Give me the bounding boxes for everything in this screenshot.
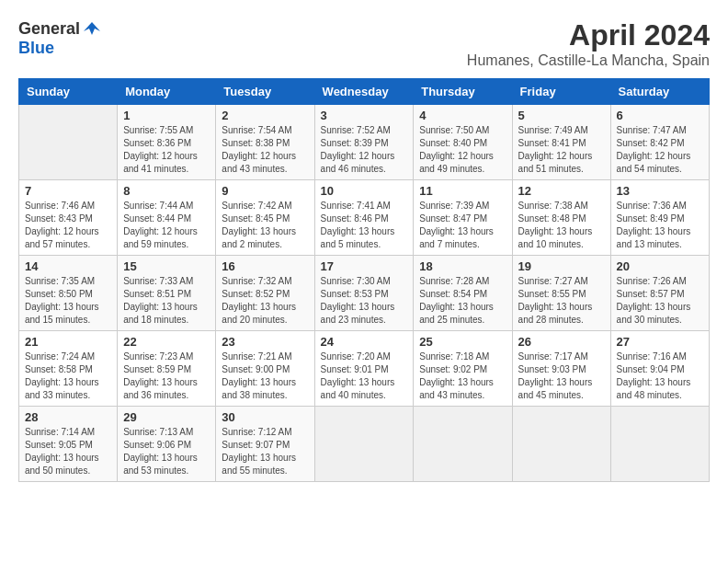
day-info: Sunrise: 7:35 AMSunset: 8:50 PMDaylight:…	[25, 275, 111, 327]
calendar-cell: 29Sunrise: 7:13 AMSunset: 9:06 PMDayligh…	[118, 407, 216, 482]
day-number: 16	[222, 259, 308, 273]
location-title: Humanes, Castille-La Mancha, Spain	[467, 52, 710, 69]
day-info: Sunrise: 7:17 AMSunset: 9:03 PMDaylight:…	[518, 350, 605, 402]
day-info: Sunrise: 7:13 AMSunset: 9:06 PMDaylight:…	[123, 426, 210, 477]
day-number: 21	[25, 335, 111, 349]
calendar-day-header: Sunday	[19, 79, 118, 105]
day-number: 12	[518, 184, 605, 198]
calendar-cell	[512, 407, 610, 482]
calendar-cell: 8Sunrise: 7:44 AMSunset: 8:44 PMDaylight…	[118, 180, 216, 256]
calendar-day-header: Saturday	[610, 79, 709, 105]
title-area: April 2024 Humanes, Castille-La Mancha, …	[467, 18, 710, 69]
calendar-cell: 19Sunrise: 7:27 AMSunset: 8:55 PMDayligh…	[512, 256, 610, 331]
day-info: Sunrise: 7:32 AMSunset: 8:52 PMDaylight:…	[222, 275, 308, 327]
calendar-week-row: 7Sunrise: 7:46 AMSunset: 8:43 PMDaylight…	[19, 180, 710, 256]
day-number: 28	[25, 410, 111, 424]
calendar-week-row: 28Sunrise: 7:14 AMSunset: 9:05 PMDayligh…	[19, 407, 710, 482]
calendar-table: SundayMondayTuesdayWednesdayThursdayFrid…	[18, 78, 710, 482]
day-number: 11	[419, 184, 506, 198]
calendar-week-row: 21Sunrise: 7:24 AMSunset: 8:58 PMDayligh…	[19, 331, 710, 407]
calendar-cell: 16Sunrise: 7:32 AMSunset: 8:52 PMDayligh…	[216, 256, 314, 331]
day-number: 13	[617, 184, 703, 198]
day-info: Sunrise: 7:23 AMSunset: 8:59 PMDaylight:…	[123, 350, 210, 402]
calendar-cell	[19, 105, 118, 180]
logo: General Blue	[18, 18, 102, 58]
day-number: 7	[25, 184, 111, 198]
calendar-cell: 13Sunrise: 7:36 AMSunset: 8:49 PMDayligh…	[610, 180, 709, 256]
day-number: 20	[617, 259, 703, 273]
header: General Blue April 2024 Humanes, Castill…	[18, 18, 710, 69]
day-info: Sunrise: 7:47 AMSunset: 8:42 PMDaylight:…	[617, 124, 703, 176]
day-number: 14	[25, 259, 111, 273]
day-number: 22	[123, 335, 210, 349]
day-info: Sunrise: 7:38 AMSunset: 8:48 PMDaylight:…	[518, 200, 605, 251]
calendar-cell: 7Sunrise: 7:46 AMSunset: 8:43 PMDaylight…	[19, 180, 118, 256]
calendar-day-header: Wednesday	[314, 79, 414, 105]
calendar-cell: 10Sunrise: 7:41 AMSunset: 8:46 PMDayligh…	[314, 180, 414, 256]
day-info: Sunrise: 7:49 AMSunset: 8:41 PMDaylight:…	[518, 124, 605, 176]
calendar-cell: 23Sunrise: 7:21 AMSunset: 9:00 PMDayligh…	[216, 331, 314, 407]
day-info: Sunrise: 7:42 AMSunset: 8:45 PMDaylight:…	[222, 200, 308, 251]
day-number: 18	[419, 259, 506, 273]
calendar-cell: 24Sunrise: 7:20 AMSunset: 9:01 PMDayligh…	[314, 331, 414, 407]
day-info: Sunrise: 7:30 AMSunset: 8:53 PMDaylight:…	[321, 275, 408, 327]
calendar-cell: 12Sunrise: 7:38 AMSunset: 8:48 PMDayligh…	[512, 180, 610, 256]
day-number: 27	[617, 335, 703, 349]
day-info: Sunrise: 7:36 AMSunset: 8:49 PMDaylight:…	[617, 200, 703, 251]
calendar-day-header: Thursday	[414, 79, 512, 105]
day-number: 25	[419, 335, 506, 349]
calendar-cell: 30Sunrise: 7:12 AMSunset: 9:07 PMDayligh…	[216, 407, 314, 482]
day-number: 17	[321, 259, 408, 273]
calendar-cell: 1Sunrise: 7:55 AMSunset: 8:36 PMDaylight…	[118, 105, 216, 180]
day-number: 8	[123, 184, 210, 198]
day-info: Sunrise: 7:41 AMSunset: 8:46 PMDaylight:…	[321, 200, 408, 251]
day-number: 3	[321, 109, 408, 122]
month-title: April 2024	[467, 18, 710, 52]
calendar-cell: 14Sunrise: 7:35 AMSunset: 8:50 PMDayligh…	[19, 256, 118, 331]
calendar-cell: 4Sunrise: 7:50 AMSunset: 8:40 PMDaylight…	[414, 105, 512, 180]
logo-bird-icon	[82, 18, 102, 39]
calendar-cell	[414, 407, 512, 482]
day-number: 10	[321, 184, 408, 198]
day-info: Sunrise: 7:24 AMSunset: 8:58 PMDaylight:…	[25, 350, 111, 402]
day-info: Sunrise: 7:50 AMSunset: 8:40 PMDaylight:…	[419, 124, 506, 176]
calendar-cell: 3Sunrise: 7:52 AMSunset: 8:39 PMDaylight…	[314, 105, 414, 180]
day-number: 15	[123, 259, 210, 273]
day-info: Sunrise: 7:18 AMSunset: 9:02 PMDaylight:…	[419, 350, 506, 402]
calendar-cell: 21Sunrise: 7:24 AMSunset: 8:58 PMDayligh…	[19, 331, 118, 407]
day-info: Sunrise: 7:46 AMSunset: 8:43 PMDaylight:…	[25, 200, 111, 251]
day-info: Sunrise: 7:44 AMSunset: 8:44 PMDaylight:…	[123, 200, 210, 251]
calendar-cell: 26Sunrise: 7:17 AMSunset: 9:03 PMDayligh…	[512, 331, 610, 407]
day-number: 30	[222, 410, 308, 424]
calendar-header-row: SundayMondayTuesdayWednesdayThursdayFrid…	[19, 79, 710, 105]
calendar-cell: 20Sunrise: 7:26 AMSunset: 8:57 PMDayligh…	[610, 256, 709, 331]
calendar-cell	[610, 407, 709, 482]
logo-general-text: General	[18, 19, 80, 39]
calendar-cell: 6Sunrise: 7:47 AMSunset: 8:42 PMDaylight…	[610, 105, 709, 180]
logo-blue-text: Blue	[18, 39, 54, 58]
day-info: Sunrise: 7:12 AMSunset: 9:07 PMDaylight:…	[222, 426, 308, 477]
calendar-cell: 11Sunrise: 7:39 AMSunset: 8:47 PMDayligh…	[414, 180, 512, 256]
day-number: 9	[222, 184, 308, 198]
day-info: Sunrise: 7:27 AMSunset: 8:55 PMDaylight:…	[518, 275, 605, 327]
day-info: Sunrise: 7:26 AMSunset: 8:57 PMDaylight:…	[617, 275, 703, 327]
calendar-cell: 28Sunrise: 7:14 AMSunset: 9:05 PMDayligh…	[19, 407, 118, 482]
calendar-cell: 5Sunrise: 7:49 AMSunset: 8:41 PMDaylight…	[512, 105, 610, 180]
calendar-cell: 15Sunrise: 7:33 AMSunset: 8:51 PMDayligh…	[118, 256, 216, 331]
calendar-week-row: 1Sunrise: 7:55 AMSunset: 8:36 PMDaylight…	[19, 105, 710, 180]
calendar-cell	[314, 407, 414, 482]
calendar-day-header: Tuesday	[216, 79, 314, 105]
day-info: Sunrise: 7:14 AMSunset: 9:05 PMDaylight:…	[25, 426, 111, 477]
day-number: 4	[419, 109, 506, 122]
svg-marker-0	[84, 22, 100, 35]
calendar-cell: 2Sunrise: 7:54 AMSunset: 8:38 PMDaylight…	[216, 105, 314, 180]
day-number: 2	[222, 109, 308, 122]
day-info: Sunrise: 7:20 AMSunset: 9:01 PMDaylight:…	[321, 350, 408, 402]
day-number: 26	[518, 335, 605, 349]
day-info: Sunrise: 7:55 AMSunset: 8:36 PMDaylight:…	[123, 124, 210, 176]
calendar-day-header: Friday	[512, 79, 610, 105]
day-info: Sunrise: 7:16 AMSunset: 9:04 PMDaylight:…	[617, 350, 703, 402]
day-info: Sunrise: 7:39 AMSunset: 8:47 PMDaylight:…	[419, 200, 506, 251]
calendar-cell: 18Sunrise: 7:28 AMSunset: 8:54 PMDayligh…	[414, 256, 512, 331]
day-info: Sunrise: 7:52 AMSunset: 8:39 PMDaylight:…	[321, 124, 408, 176]
